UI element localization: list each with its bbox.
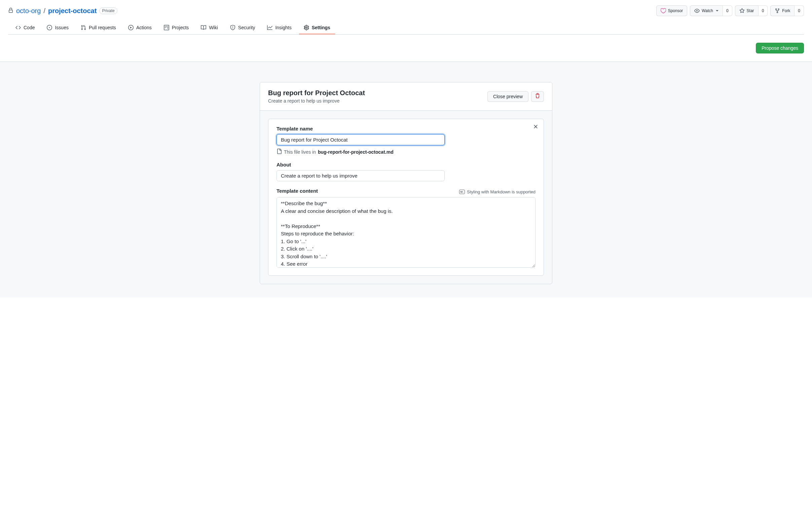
gear-icon: [304, 25, 309, 30]
file-name: bug-report-for-project-octocat.md: [318, 149, 394, 155]
close-icon[interactable]: ✕: [533, 123, 538, 131]
path-separator: /: [43, 7, 45, 15]
file-icon: [276, 149, 282, 155]
wiki-icon: [201, 25, 206, 30]
issues-icon: [47, 25, 52, 30]
fork-icon: [775, 8, 780, 13]
watch-button[interactable]: Watch: [690, 5, 723, 16]
tab-label: Security: [238, 25, 255, 30]
star-count[interactable]: 0: [758, 5, 768, 16]
tab-issues[interactable]: Issues: [42, 21, 73, 34]
markdown-hint-text: Styling with Markdown is supported: [467, 189, 536, 194]
watch-label: Watch: [702, 8, 713, 14]
template-content-textarea[interactable]: [276, 197, 536, 268]
repo-header: octo-org / project-octocat Private Spons…: [0, 0, 812, 35]
fork-label: Fork: [782, 8, 790, 14]
template-subtitle: Create a report to help us improve: [268, 98, 365, 104]
lock-icon: [8, 7, 13, 15]
pull-request-icon: [81, 25, 86, 30]
tab-insights[interactable]: Insights: [262, 21, 296, 34]
file-hint-prefix: This file lives in: [284, 149, 316, 155]
file-location-hint: This file lives in bug-report-for-projec…: [276, 149, 536, 155]
template-form: ✕ Template name This file lives in bug-r…: [268, 119, 544, 276]
star-icon: [739, 8, 745, 13]
template-name-input[interactable]: [276, 134, 445, 145]
markdown-hint[interactable]: M↓ Styling with Markdown is supported: [459, 189, 536, 194]
tab-label: Insights: [275, 25, 291, 30]
tab-label: Code: [24, 25, 35, 30]
eye-icon: [694, 8, 700, 13]
watch-count[interactable]: 0: [723, 5, 732, 16]
chevron-down-icon: [716, 10, 719, 12]
propose-bar: Propose changes: [0, 35, 812, 62]
star-label: Star: [747, 8, 754, 14]
template-content-label: Template content: [276, 188, 318, 194]
markdown-icon: M↓: [459, 190, 465, 194]
code-icon: [15, 25, 21, 30]
close-preview-button[interactable]: Close preview: [488, 91, 528, 102]
about-label: About: [276, 162, 536, 167]
tab-settings[interactable]: Settings: [299, 21, 335, 34]
tab-actions[interactable]: Actions: [124, 21, 156, 34]
repo-link[interactable]: project-octocat: [48, 7, 97, 15]
tab-label: Settings: [312, 25, 330, 30]
fork-button[interactable]: Fork: [770, 5, 794, 16]
tab-security[interactable]: Security: [226, 21, 260, 34]
tab-label: Pull requests: [89, 25, 116, 30]
heart-icon: [661, 8, 666, 13]
tab-code[interactable]: Code: [11, 21, 39, 34]
template-editor: Bug report for Project Octocat Create a …: [260, 82, 552, 284]
star-button[interactable]: Star: [735, 5, 758, 16]
org-link[interactable]: octo-org: [16, 7, 41, 15]
propose-changes-button[interactable]: Propose changes: [756, 43, 804, 54]
template-name-label: Template name: [276, 126, 536, 132]
repo-title: octo-org / project-octocat Private: [8, 7, 117, 15]
visibility-badge: Private: [99, 8, 117, 14]
delete-template-button[interactable]: [531, 91, 544, 102]
trash-icon: [535, 93, 540, 100]
sponsor-button[interactable]: Sponsor: [656, 5, 687, 16]
repo-nav: Code Issues Pull requests Actions Projec…: [8, 21, 804, 35]
actions-icon: [128, 25, 133, 30]
fork-count[interactable]: 0: [794, 5, 804, 16]
tab-pull-requests[interactable]: Pull requests: [76, 21, 121, 34]
tab-label: Actions: [136, 25, 152, 30]
security-icon: [230, 25, 235, 30]
tab-label: Projects: [172, 25, 189, 30]
tab-label: Issues: [55, 25, 68, 30]
repo-actions: Sponsor Watch 0 Star 0: [656, 5, 804, 16]
tab-projects[interactable]: Projects: [159, 21, 194, 34]
template-title: Bug report for Project Octocat: [268, 89, 365, 97]
projects-icon: [164, 25, 169, 30]
tab-label: Wiki: [209, 25, 218, 30]
tab-wiki[interactable]: Wiki: [196, 21, 222, 34]
sponsor-label: Sponsor: [668, 8, 683, 14]
insights-icon: [267, 25, 273, 30]
about-input[interactable]: [276, 170, 445, 181]
